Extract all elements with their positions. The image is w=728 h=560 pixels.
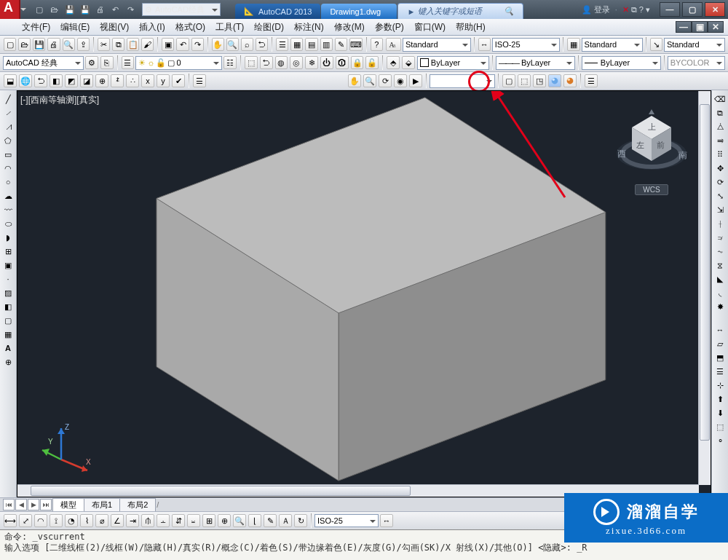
block-icon[interactable]: ▣ [162,38,174,51]
vertical-scrollbar[interactable] [698,91,711,485]
window-maximize-button[interactable]: ▢ [682,2,703,17]
open-icon[interactable]: 🗁 [18,38,31,51]
layer-lock-icon[interactable]: 🔒 [351,56,364,69]
vs-2dwire-icon[interactable]: ▢ [502,74,515,87]
vs-conceptual-icon[interactable] [563,74,577,87]
ucs-world-icon[interactable]: 🌐 [19,74,32,87]
ucs-y-icon[interactable]: y [157,74,170,87]
revcloud-icon[interactable]: ☁ [1,189,15,202]
workspace-gear-icon[interactable]: ⚙ [85,56,98,69]
ucs-3p-icon[interactable]: ∴ [126,74,139,87]
draworder-b-icon[interactable]: ⬇ [713,406,727,419]
layer-uniso-icon[interactable]: ◎ [290,56,303,69]
menu-help[interactable]: 帮助(H) [456,21,486,33]
vs-manager-icon[interactable]: ☰ [585,74,598,87]
array-icon[interactable]: ⠿ [713,148,727,161]
menu-file[interactable]: 文件(F) [22,21,50,33]
sheetset-icon[interactable]: ▥ [320,38,333,51]
lineweight-combo[interactable]: ByLayer [582,56,661,70]
tablestyle-button[interactable]: ▦ [567,38,579,51]
break-icon[interactable]: ⏦ [713,245,727,258]
help2-icon[interactable]: ? [371,38,383,51]
joglinear-icon[interactable]: ⌊ [248,514,261,527]
layer-match-icon[interactable]: ⬘ [387,56,400,69]
ucs-obj-icon[interactable]: ◩ [65,74,78,87]
id-icon[interactable]: ⊹ [713,379,727,392]
mirror-icon[interactable]: ⧊ [713,120,727,133]
tab-prev-icon[interactable]: ◀ [15,499,27,510]
color-combo[interactable]: ByLayer [417,56,489,70]
dim-break-icon[interactable]: ⏓ [187,514,200,527]
vs-wire-icon[interactable]: ⬚ [518,74,531,87]
region-icon[interactable]: ▢ [1,314,15,327]
redo-icon[interactable]: ↷ [191,38,204,51]
menu-param[interactable]: 参数(P) [375,21,404,33]
pline-icon[interactable]: ⩘ [1,120,15,133]
mtext-icon[interactable]: A [1,342,15,355]
paste-icon[interactable]: 📋 [127,38,139,51]
wcs-badge[interactable]: WCS [635,184,668,195]
chamfer-icon[interactable]: ◣ [713,272,727,285]
dim-diameter-icon[interactable]: ⌀ [95,514,108,527]
publish-icon[interactable]: ⇪ [77,38,90,51]
rotate-icon[interactable]: ⟳ [713,176,727,189]
new-icon[interactable]: ▢ [4,38,16,51]
zoom2-icon[interactable]: 🔍 [363,74,376,87]
dist-icon[interactable]: ↔ [713,323,727,336]
pan-icon[interactable]: ✋ [212,38,224,51]
offset-icon[interactable]: ⥤ [713,134,727,147]
layout-tab-2[interactable]: 布局2 [119,498,156,511]
area-icon[interactable]: ▱ [713,337,727,350]
search-field[interactable]: ►键入关键字或短语 🔍 [397,3,523,19]
copy2-icon[interactable]: ⧉ [713,106,727,119]
layout-tab-1[interactable]: 布局1 [84,498,120,511]
dim-ord-icon[interactable]: ⟟ [50,514,63,527]
tablestyle-combo[interactable]: Standard [582,38,643,52]
rect-icon[interactable]: ▭ [1,148,15,161]
preview-icon[interactable]: 🔍 [63,38,75,51]
doc-minimize-button[interactable]: — [676,21,692,33]
markup-icon[interactable]: ✎ [335,38,347,51]
layer-make-icon[interactable]: ⬚ [245,56,258,69]
dim-aligned-icon[interactable]: ⤢ [19,514,32,527]
layer-combo[interactable]: ☀☼🔓▢0 [135,56,222,70]
drawing-canvas[interactable]: [-][西南等轴测][真实] 西 南 [17,90,711,497]
qat-saveas-icon[interactable]: 💾 [79,3,91,16]
layer-prev-icon[interactable]: ⮌ [260,56,273,69]
qat-new-icon[interactable]: ▢ [33,3,45,16]
layer-off-icon[interactable]: ⏻ [320,56,333,69]
ellipsearc-icon[interactable]: ◗ [1,231,15,244]
table-icon[interactable]: ▦ [1,328,15,341]
properties-icon[interactable]: ☰ [276,38,288,51]
explode-icon[interactable]: ✸ [713,300,727,313]
doc-restore-button[interactable]: ▣ [692,21,708,33]
qat-redo-icon[interactable]: ↷ [124,3,137,16]
line-icon[interactable]: ╱ [1,92,15,106]
showmotion-icon[interactable]: ▶ [409,74,422,87]
join-icon[interactable]: ⧖ [713,259,727,272]
textstyle-button[interactable]: Aa [386,38,401,51]
mleaderstyle-combo[interactable]: Standard [664,38,725,52]
ucs-view-icon[interactable]: ◪ [80,74,93,87]
inspect-icon[interactable]: 🔍 [233,514,246,527]
steering-icon[interactable]: ◉ [394,74,407,87]
workspace-classic-combo[interactable]: AutoCAD 经典 [3,56,84,70]
layer-states-icon[interactable]: ☷ [223,56,237,69]
hatch-icon[interactable]: ▨ [1,286,15,299]
draworder-f-icon[interactable]: ⬆ [713,393,727,406]
dim-continue-icon[interactable]: ⫠ [157,514,170,527]
vs-realistic-icon[interactable] [548,74,561,87]
layer-iso-icon[interactable]: ◍ [275,56,288,69]
trim-icon[interactable]: ⟊ [713,217,727,230]
dim-jog-icon[interactable]: ⌇ [80,514,93,527]
point-icon[interactable]: · [1,272,15,285]
dimstyle-button[interactable]: ↔ [478,38,491,51]
plotcolor-combo[interactable]: BYCOLOR [668,56,725,70]
xline-icon[interactable]: ⟋ [1,106,15,119]
dim-quick-icon[interactable]: ⇥ [126,514,139,527]
qat-undo-icon[interactable]: ↶ [109,3,122,16]
qat-open-icon[interactable]: 🗁 [48,3,60,16]
menu-view[interactable]: 视图(V) [100,21,129,33]
save-icon[interactable]: 💾 [33,38,45,51]
workspace-combo[interactable]: ⚙AutoCAD经典 [142,3,221,16]
